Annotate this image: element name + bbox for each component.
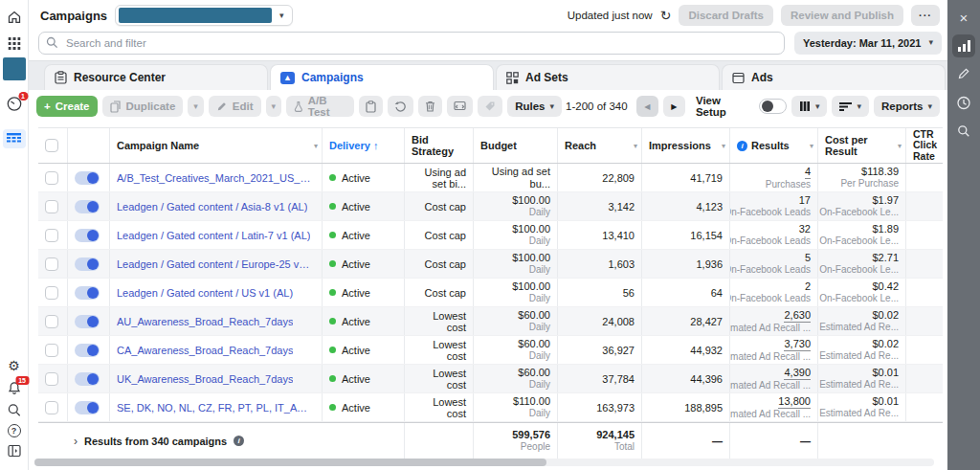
tab-resource-center[interactable]: Resource Center [44, 64, 268, 90]
results-value[interactable]: 13,800 [778, 395, 811, 409]
row-checkbox[interactable] [45, 315, 58, 328]
campaigns-table-icon[interactable] [3, 129, 26, 148]
horizontal-scrollbar[interactable] [34, 459, 934, 466]
tab-ads[interactable]: Ads [722, 64, 946, 90]
campaign-name-link[interactable]: UK_Awareness_Broad_Reach_7days [117, 373, 293, 385]
row-checkbox[interactable] [45, 171, 58, 185]
col-campaign-name[interactable]: Campaign Name▾ [109, 128, 322, 163]
campaign-active-toggle[interactable] [75, 401, 100, 414]
footer-summary[interactable]: › Results from 340 campaigns i [67, 423, 322, 459]
review-publish-button[interactable]: Review and Publish [781, 5, 903, 26]
delete-button[interactable] [418, 96, 442, 117]
row-checkbox-cell [38, 365, 67, 392]
col-delivery[interactable]: Delivery ↑ [322, 128, 404, 163]
close-icon[interactable]: × [960, 10, 969, 26]
cost-per-result-cell: $0.02Per Estimated Ad Re... [817, 336, 905, 364]
results-value[interactable]: 2,630 [784, 309, 811, 323]
select-all-checkbox-cell[interactable] [38, 128, 67, 163]
settings-gear-icon[interactable]: ⚙ [8, 358, 20, 373]
view-setup-toggle[interactable] [759, 99, 787, 114]
impressions-cell: 188,895 [641, 393, 729, 421]
rules-button[interactable]: Rules ▾ [507, 96, 562, 117]
discard-drafts-button[interactable]: Discard Drafts [679, 5, 773, 26]
campaign-name-link[interactable]: SE, DK, NO, NL, CZ, FR, PT, PL, IT_Aware… [117, 402, 315, 414]
results-cell: 2On-Facebook Leads [729, 279, 817, 306]
history-clock-icon[interactable] [957, 96, 971, 110]
next-page-button[interactable]: ▶ [663, 96, 685, 117]
results-value[interactable]: 4 [805, 166, 811, 179]
campaign-active-toggle[interactable] [75, 286, 100, 300]
search-detail-icon[interactable] [957, 124, 970, 138]
campaign-scope-dropdown[interactable]: ▾ [115, 5, 293, 26]
select-all-checkbox[interactable] [45, 139, 58, 152]
search-input[interactable] [38, 32, 785, 55]
prev-page-button[interactable]: ◀ [636, 96, 658, 117]
campaign-name-link[interactable]: Leadgen / Gated content / Latin-7 v1 (AL… [117, 230, 310, 241]
campaign-name-link[interactable]: CA_Awareness_Broad_Reach_7days [117, 345, 293, 356]
campaign-name-link[interactable]: Leadgen / Gated content / Europe-25 v1 (… [117, 258, 315, 270]
home-icon[interactable] [7, 10, 22, 25]
help-icon[interactable]: ? [8, 424, 21, 437]
cost-type: Per On-Facebook Le... [817, 293, 899, 304]
more-options-button[interactable]: ··· [911, 5, 940, 26]
col-budget[interactable]: Budget [473, 128, 557, 163]
columns-button[interactable]: ▾ [791, 96, 828, 117]
campaign-active-toggle[interactable] [75, 372, 100, 386]
tab-ad-sets[interactable]: Ad Sets [496, 64, 720, 90]
delivery-cell: Active [322, 221, 404, 249]
reports-button[interactable]: Reports ▾ [874, 96, 940, 117]
edit-pencil-icon[interactable] [957, 67, 970, 80]
export-share-button[interactable] [447, 96, 473, 117]
notifications-bell-icon[interactable]: 15 [7, 381, 21, 395]
scrollbar-thumb[interactable] [34, 459, 546, 466]
duplicate-button[interactable]: Duplicate [102, 96, 184, 117]
campaign-active-toggle[interactable] [75, 315, 100, 328]
row-checkbox[interactable] [45, 372, 58, 386]
account-overview-icon[interactable]: 1 [6, 96, 22, 112]
bid-strategy-value: Using ad set bi... [412, 167, 466, 190]
account-avatar[interactable] [3, 57, 26, 80]
results-value[interactable]: 4,390 [784, 367, 811, 380]
results-value[interactable]: 3,730 [784, 338, 811, 351]
campaign-active-toggle[interactable] [75, 344, 100, 357]
duplicate-caret-button[interactable]: ▾ [188, 96, 204, 117]
campaign-name-link[interactable]: A/B_Test_Creatives_March_2021_US_Broad_.… [117, 172, 315, 184]
campaign-active-toggle[interactable] [75, 229, 100, 242]
campaign-active-toggle[interactable] [75, 171, 100, 185]
col-results[interactable]: iResults▾ [729, 128, 817, 163]
results-type: Purchases [766, 179, 811, 190]
row-checkbox[interactable] [45, 401, 58, 414]
row-checkbox[interactable] [45, 344, 58, 357]
row-checkbox[interactable] [45, 200, 58, 213]
date-range-picker[interactable]: Yesterday: Mar 11, 2021 ▾ [794, 32, 942, 55]
col-cost-per-result[interactable]: Cost per Result▾ [817, 128, 905, 163]
col-impressions[interactable]: Impressions▾ [641, 128, 729, 163]
campaign-name-link[interactable]: Leadgen / Gated content / Asia-8 v1 (AL) [117, 201, 307, 213]
tag-button[interactable] [478, 96, 502, 117]
campaign-active-toggle[interactable] [75, 200, 100, 213]
expand-panel-icon[interactable] [8, 444, 21, 458]
col-bid-strategy[interactable]: Bid Strategy [404, 128, 473, 163]
row-checkbox[interactable] [45, 286, 58, 300]
search-rail-icon[interactable] [7, 403, 21, 417]
refresh-icon[interactable]: ↻ [660, 8, 672, 23]
edit-button[interactable]: Edit [209, 96, 261, 117]
row-checkbox[interactable] [45, 257, 58, 271]
breakdown-button[interactable]: ▾ [832, 96, 869, 117]
performance-chart-icon[interactable] [952, 34, 975, 57]
col-reach[interactable]: Reach▾ [557, 128, 641, 163]
undo-button[interactable] [388, 96, 413, 117]
col-ctr[interactable]: CTR Click Rate [905, 128, 943, 163]
edit-caret-button[interactable]: ▾ [266, 96, 282, 117]
campaign-name-link[interactable]: Leadgen / Gated content / US v1 (AL) [117, 287, 293, 299]
apps-grid-icon[interactable] [8, 37, 20, 50]
campaign-name-cell: Leadgen / Gated content / Latin-7 v1 (AL… [109, 221, 322, 249]
campaign-name-link[interactable]: AU_Awareness_Broad_Reach_7days [117, 316, 293, 327]
tab-campaigns[interactable]: ▲ Campaigns [270, 64, 494, 90]
create-button[interactable]: + Create [36, 96, 98, 117]
ab-test-button[interactable]: A/B Test [286, 96, 354, 117]
campaign-active-toggle[interactable] [75, 257, 100, 271]
row-checkbox[interactable] [45, 229, 58, 242]
paste-button[interactable] [359, 96, 383, 117]
footer-impressions-total: 924,145Total [557, 423, 641, 459]
